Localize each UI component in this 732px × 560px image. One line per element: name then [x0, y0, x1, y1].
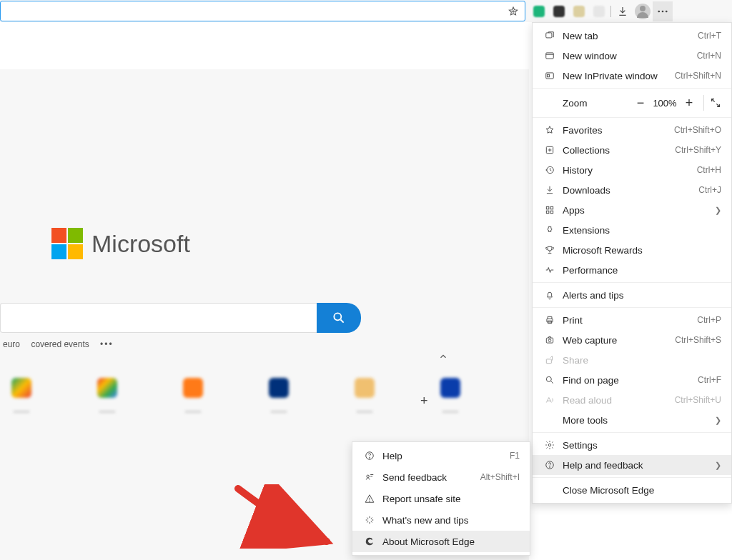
submenu-send-feedback[interactable]: Send feedback Alt+Shift+I: [352, 466, 530, 488]
top-sites: —— —— —— —— —— ——: [0, 378, 472, 415]
search-icon: [543, 375, 557, 385]
svg-rect-4: [546, 33, 552, 38]
search-row: [0, 303, 361, 333]
menu-find[interactable]: Find on page Ctrl+F: [533, 370, 731, 390]
chevron-right-icon: ❯: [715, 461, 721, 470]
svg-rect-5: [546, 53, 554, 59]
svg-rect-18: [546, 359, 551, 364]
svg-point-1: [662, 10, 664, 12]
help-icon: [362, 451, 377, 461]
collapse-icon[interactable]: [438, 351, 448, 364]
sparkle-icon: [362, 515, 377, 525]
zoom-out-button[interactable]: −: [630, 93, 651, 113]
submenu-help[interactable]: Help F1: [352, 445, 530, 466]
quick-more-icon[interactable]: •••: [100, 339, 114, 349]
menu-inprivate[interactable]: New InPrivate window Ctrl+Shift+N: [533, 66, 731, 86]
menu-downloads[interactable]: Downloads Ctrl+J: [533, 180, 731, 200]
menu-favorites[interactable]: Favorites Ctrl+Shift+O: [533, 120, 731, 140]
svg-point-3: [334, 313, 341, 320]
extension-3-icon[interactable]: [569, 1, 589, 21]
settings-and-more-menu: New tab Ctrl+T New window Ctrl+N New InP…: [532, 22, 732, 504]
submenu-about-edge[interactable]: About Microsoft Edge: [352, 531, 530, 552]
svg-point-24: [370, 457, 370, 458]
menu-capture[interactable]: Web capture Ctrl+Shift+S: [533, 330, 731, 350]
chevron-right-icon: ❯: [715, 206, 721, 215]
top-site[interactable]: ——: [0, 378, 43, 415]
microsoft-logo: Microsoft: [51, 228, 190, 259]
collections-icon: [543, 145, 557, 155]
menu-help-feedback[interactable]: Help and feedback ❯: [533, 455, 731, 475]
svg-rect-16: [546, 338, 553, 343]
microsoft-logo-text: Microsoft: [92, 230, 190, 258]
menu-read-aloud: Read aloud Ctrl+Shift+U: [533, 390, 731, 410]
downloads-icon[interactable]: [613, 1, 633, 21]
menu-collections[interactable]: Collections Ctrl+Shift+Y: [533, 140, 731, 160]
capture-icon: [543, 335, 557, 345]
profile-avatar[interactable]: [633, 1, 653, 21]
top-site[interactable]: ——: [343, 378, 386, 415]
puzzle-icon: [543, 225, 557, 235]
search-button[interactable]: [317, 303, 361, 333]
pulse-icon: [543, 265, 557, 275]
top-site[interactable]: ——: [172, 378, 214, 415]
trophy-icon: [543, 245, 557, 255]
top-site[interactable]: ——: [257, 378, 300, 415]
read-aloud-icon: [543, 395, 557, 405]
top-site[interactable]: ——: [429, 378, 472, 415]
submenu-report-unsafe[interactable]: Report unsafe site: [352, 488, 530, 509]
svg-point-20: [548, 444, 551, 446]
menu-share: Share: [533, 350, 731, 370]
menu-close-edge[interactable]: Close Microsoft Edge: [533, 480, 731, 500]
help-icon: [543, 460, 557, 470]
new-tab-icon: [543, 31, 557, 41]
search-input[interactable]: [0, 303, 317, 333]
star-icon: [543, 125, 557, 135]
inprivate-icon: [543, 71, 557, 81]
submenu-whats-new[interactable]: What's new and tips: [352, 509, 530, 531]
menu-print[interactable]: Print Ctrl+P: [533, 310, 731, 330]
gear-icon: [543, 440, 557, 450]
svg-point-26: [370, 501, 370, 501]
address-bar[interactable]: [0, 1, 525, 21]
svg-rect-12: [546, 211, 549, 214]
download-icon: [543, 185, 557, 195]
menu-extensions[interactable]: Extensions: [533, 220, 731, 240]
quick-link[interactable]: covered events: [31, 339, 89, 349]
feedback-icon: [362, 472, 377, 482]
menu-performance[interactable]: Performance: [533, 260, 731, 280]
svg-rect-14: [547, 319, 553, 322]
window-icon: [543, 51, 557, 61]
favorite-star-icon[interactable]: [508, 6, 519, 19]
history-icon: [543, 165, 557, 175]
extension-2-icon[interactable]: [549, 1, 569, 21]
zoom-in-button[interactable]: +: [679, 93, 699, 113]
printer-icon: [543, 315, 557, 325]
svg-rect-13: [550, 211, 553, 214]
quick-link[interactable]: euro: [3, 339, 20, 349]
fullscreen-button[interactable]: [706, 93, 726, 113]
menu-apps[interactable]: Apps ❯: [533, 200, 731, 220]
svg-point-2: [666, 10, 668, 12]
svg-point-25: [367, 475, 370, 478]
chevron-right-icon: ❯: [715, 416, 721, 425]
svg-point-17: [548, 339, 551, 342]
menu-history[interactable]: History Ctrl+H: [533, 160, 731, 180]
menu-settings[interactable]: Settings: [533, 435, 731, 455]
toolbar-icons: [529, 0, 732, 22]
menu-alerts[interactable]: Alerts and tips: [533, 285, 731, 305]
menu-new-window[interactable]: New window Ctrl+N: [533, 46, 731, 66]
svg-point-19: [546, 376, 551, 381]
menu-more-tools[interactable]: More tools ❯: [533, 410, 731, 430]
add-site-button[interactable]: +: [420, 394, 428, 409]
menu-zoom: Zoom − 100% +: [533, 91, 731, 115]
menu-rewards[interactable]: Microsoft Rewards: [533, 240, 731, 260]
extension-4-icon[interactable]: [589, 1, 609, 21]
microsoft-logo-icon: [51, 228, 83, 259]
svg-rect-10: [546, 206, 549, 209]
top-site[interactable]: ——: [86, 378, 129, 415]
menu-new-tab[interactable]: New tab Ctrl+T: [533, 26, 731, 46]
warning-icon: [362, 494, 377, 504]
extension-1-icon[interactable]: [529, 1, 549, 21]
more-menu-button[interactable]: [653, 1, 673, 21]
edge-icon: [362, 536, 377, 546]
